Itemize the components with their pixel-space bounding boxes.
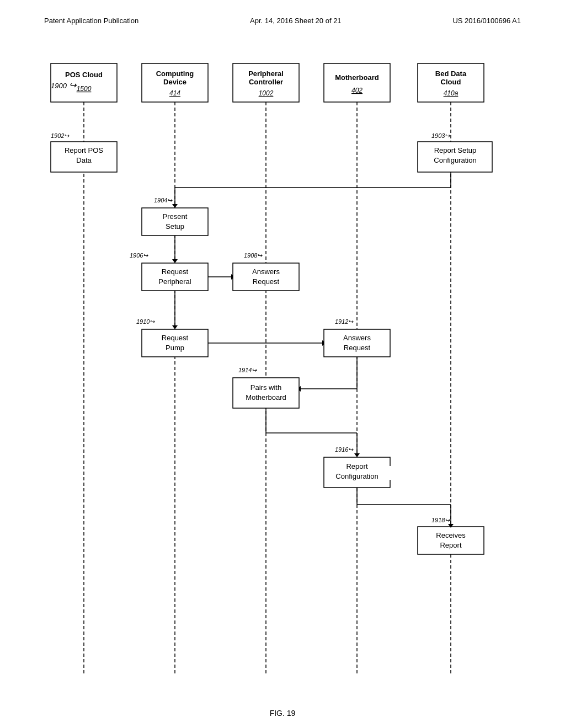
header-right: US 2016/0100696 A1 xyxy=(452,17,521,25)
svg-text:1902↪: 1902↪ xyxy=(51,132,70,139)
svg-text:1903↪: 1903↪ xyxy=(431,132,450,139)
svg-text:Configuration: Configuration xyxy=(335,472,378,480)
svg-text:Receives: Receives xyxy=(436,531,466,539)
svg-text:Answers: Answers xyxy=(343,334,371,342)
svg-marker-40 xyxy=(172,259,178,263)
svg-text:1912↪: 1912↪ xyxy=(335,318,354,325)
svg-text:Pump: Pump xyxy=(166,344,184,352)
svg-text:Computing: Computing xyxy=(156,69,194,78)
svg-text:1002: 1002 xyxy=(259,89,274,97)
svg-text:Report: Report xyxy=(346,462,367,470)
figure-ref: 1900 xyxy=(51,82,67,90)
page-header: Patent Application Publication Apr. 14, … xyxy=(22,11,543,30)
svg-rect-11 xyxy=(324,63,390,102)
svg-text:Cloud: Cloud xyxy=(441,78,461,86)
svg-text:Device: Device xyxy=(163,78,186,86)
svg-text:Answers: Answers xyxy=(252,267,280,276)
svg-text:POS Cloud: POS Cloud xyxy=(65,71,103,79)
diagram-wrapper: 1900 ↪ POS Cloud 1500 Computing Device 4… xyxy=(34,52,531,718)
svg-text:1914↪: 1914↪ xyxy=(238,367,257,373)
page: Patent Application Publication Apr. 14, … xyxy=(0,0,565,728)
svg-text:1908↪: 1908↪ xyxy=(244,252,263,259)
svg-text:Report Setup: Report Setup xyxy=(434,146,477,154)
svg-text:Motherboard: Motherboard xyxy=(335,73,379,82)
svg-text:402: 402 xyxy=(351,87,363,94)
svg-text:Setup: Setup xyxy=(166,222,184,231)
figure-ref-arrow: ↪ xyxy=(69,81,76,90)
svg-text:Report: Report xyxy=(440,541,461,549)
svg-text:1910↪: 1910↪ xyxy=(136,318,155,325)
header-left: Patent Application Publication xyxy=(44,17,138,25)
figure-label: FIG. 19 xyxy=(34,709,531,718)
svg-text:Pairs with: Pairs with xyxy=(250,383,281,392)
diagram-svg: POS Cloud 1500 Computing Device 414 Peri… xyxy=(34,52,531,703)
svg-text:Peripheral: Peripheral xyxy=(158,277,191,286)
svg-text:Bed Data: Bed Data xyxy=(435,69,467,78)
svg-text:1906↪: 1906↪ xyxy=(130,252,148,259)
svg-rect-88 xyxy=(386,466,422,480)
svg-text:Report POS: Report POS xyxy=(65,146,103,154)
svg-text:414: 414 xyxy=(169,89,180,97)
svg-text:Request: Request xyxy=(162,334,189,342)
svg-text:1918↪: 1918↪ xyxy=(431,517,450,523)
svg-text:1916↪: 1916↪ xyxy=(335,446,354,453)
svg-text:1500: 1500 xyxy=(77,85,92,93)
svg-text:Present: Present xyxy=(163,212,188,221)
svg-text:Data: Data xyxy=(76,156,92,164)
svg-text:410a: 410a xyxy=(444,89,459,97)
svg-text:Peripheral: Peripheral xyxy=(248,69,284,78)
header-center: Apr. 14, 2016 Sheet 20 of 21 xyxy=(250,17,342,25)
svg-marker-52 xyxy=(172,325,178,329)
svg-marker-34 xyxy=(172,204,178,208)
figure-ref-label: 1900 ↪ xyxy=(51,80,76,90)
svg-text:Request: Request xyxy=(344,344,371,352)
svg-text:Motherboard: Motherboard xyxy=(246,393,286,402)
svg-marker-73 xyxy=(354,453,360,457)
svg-text:Request: Request xyxy=(162,267,189,276)
svg-text:1904↪: 1904↪ xyxy=(154,197,173,204)
svg-text:Configuration: Configuration xyxy=(434,156,476,164)
svg-text:Controller: Controller xyxy=(249,78,283,86)
svg-text:Request: Request xyxy=(253,277,280,286)
